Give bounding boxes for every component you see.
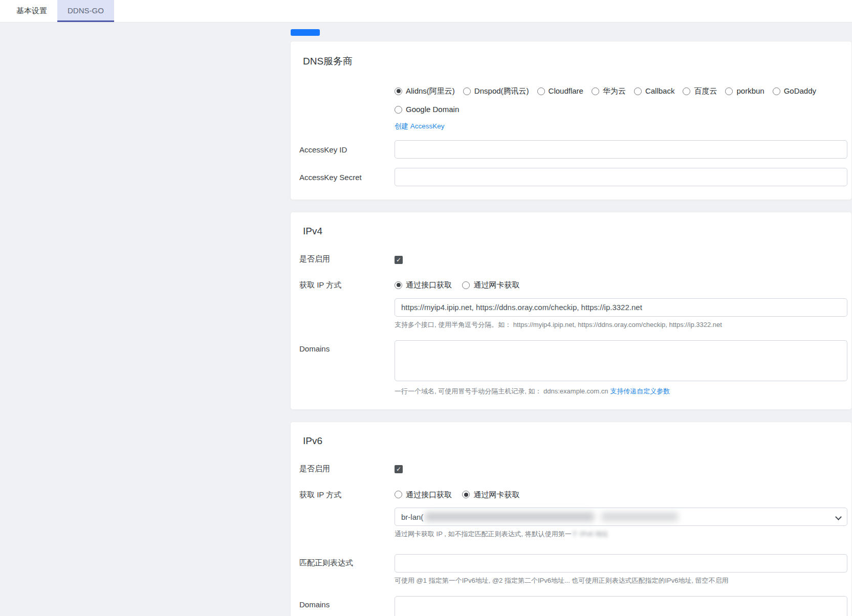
dns-provider-card: DNS服务商 Alidns(阿里云) Dnspod(腾讯云)	[290, 41, 852, 200]
ipv4-method-label: 获取 IP 方式	[299, 279, 395, 290]
ipv6-method-label: 获取 IP 方式	[299, 489, 395, 500]
ipv4-domains-helper: 一行一个域名, 可使用冒号手动分隔主机记录, 如： ddns:example.c…	[395, 387, 847, 396]
ipv6-enable-row: 是否启用 ✓	[299, 464, 847, 474]
custom-params-link[interactable]: 支持传递自定义参数	[610, 387, 670, 395]
tab-basic-settings[interactable]: 基本设置	[6, 0, 57, 22]
accesskey-secret-input[interactable]	[395, 168, 847, 186]
radio-alidns[interactable]: Alidns(阿里云)	[395, 85, 455, 97]
radio-dot-icon	[634, 87, 642, 95]
radio-baidu[interactable]: 百度云	[683, 85, 717, 97]
ipv6-radio-by-api[interactable]: 通过接口获取	[395, 489, 452, 500]
radio-callback[interactable]: Callback	[634, 85, 675, 97]
provider-row: Alidns(阿里云) Dnspod(腾讯云) Cloudflare	[299, 85, 847, 131]
radio-dot-icon	[395, 281, 402, 289]
ipv6-regex-label: 匹配正则表达式	[299, 554, 395, 568]
ipv4-radio-by-api[interactable]: 通过接口获取	[395, 279, 452, 291]
radio-porkbun[interactable]: porkbun	[725, 85, 764, 97]
ipv4-api-urls-input[interactable]	[395, 298, 847, 317]
ipv6-title: IPv6	[303, 435, 847, 447]
ipv6-interface-value: br-lan(	[401, 513, 423, 521]
ipv4-card: IPv4 是否启用 ✓ 获取 IP 方式 通过接口获取	[290, 212, 852, 410]
ipv6-domains-textarea[interactable]	[395, 596, 847, 616]
accesskey-id-label: AccessKey ID	[299, 145, 395, 154]
ipv4-api-helper: 支持多个接口, 使用半角逗号分隔。如： https://myip4.ipip.n…	[395, 320, 847, 329]
radio-cloudflare[interactable]: Cloudflare	[537, 85, 583, 97]
ipv6-domains-label: Domains	[299, 596, 395, 609]
redacted-blur	[601, 512, 678, 521]
radio-huawei[interactable]: 华为云	[592, 85, 626, 97]
radio-dnspod[interactable]: Dnspod(腾讯云)	[463, 85, 529, 97]
radio-google-domain[interactable]: Google Domain	[395, 104, 459, 115]
ipv6-domains-row: Domains	[299, 596, 847, 616]
radio-dot-icon	[395, 106, 402, 114]
radio-dot-icon	[462, 491, 470, 498]
radio-dot-icon	[725, 87, 733, 95]
ipv6-method-radio-group: 通过接口获取 通过网卡获取	[395, 489, 847, 501]
ipv6-enable-label: 是否启用	[299, 464, 395, 474]
ipv6-card: IPv6 是否启用 ✓ 获取 IP 方式 通过接口获取	[290, 422, 852, 616]
accesskey-id-row: AccessKey ID	[299, 140, 847, 159]
ipv6-interface-select[interactable]: br-lan(	[395, 508, 847, 526]
provider-radio-group: Alidns(阿里云) Dnspod(腾讯云) Cloudflare	[395, 85, 847, 115]
ipv4-enable-checkbox[interactable]: ✓	[395, 256, 403, 264]
radio-dot-icon	[592, 87, 599, 95]
ipv4-method-radio-group: 通过接口获取 通过网卡获取	[395, 279, 847, 291]
ipv6-radio-by-netcard[interactable]: 通过网卡获取	[462, 489, 519, 500]
ipv6-regex-input[interactable]	[395, 554, 847, 573]
ipv6-regex-helper: 可使用 @1 指定第一个IPv6地址, @2 指定第二个IPv6地址... 也可…	[395, 576, 847, 585]
chevron-down-icon	[835, 514, 842, 520]
active-subtab-indicator	[291, 29, 320, 36]
ipv6-interface-helper: 通过网卡获取 IP , 如不指定匹配正则表达式, 将默认使用第一个 IPv6 地…	[395, 530, 847, 539]
page-content: DNS服务商 Alidns(阿里云) Dnspod(腾讯云)	[0, 23, 852, 616]
ipv4-title: IPv4	[303, 226, 847, 237]
accesskey-secret-row: AccessKey Secret	[299, 168, 847, 186]
redacted-text: 个 IPv6 地址	[572, 530, 608, 538]
dns-provider-title: DNS服务商	[303, 55, 847, 68]
radio-dot-icon	[395, 87, 402, 95]
top-tab-bar: 基本设置 DDNS-GO	[0, 0, 852, 23]
ipv4-enable-row: 是否启用 ✓	[299, 254, 847, 264]
ipv4-domains-textarea[interactable]	[395, 340, 847, 381]
ipv4-method-row: 获取 IP 方式 通过接口获取 通过网卡获取 支持多个接口, 使用半角逗号分	[299, 279, 847, 329]
ipv6-method-row: 获取 IP 方式 通过接口获取 通过网卡获取 br-lan(	[299, 489, 847, 539]
ipv4-enable-label: 是否启用	[299, 254, 395, 264]
radio-dot-icon	[462, 281, 470, 289]
create-accesskey-link[interactable]: 创建 AccessKey	[395, 122, 445, 131]
ipv6-enable-checkbox[interactable]: ✓	[395, 465, 403, 473]
redacted-blur	[425, 512, 594, 521]
tab-ddns-go[interactable]: DDNS-GO	[57, 0, 114, 22]
accesskey-secret-label: AccessKey Secret	[299, 173, 395, 182]
ipv4-domains-row: Domains 一行一个域名, 可使用冒号手动分隔主机记录, 如： ddns:e…	[299, 340, 847, 396]
ipv4-radio-by-netcard[interactable]: 通过网卡获取	[462, 279, 519, 291]
radio-dot-icon	[463, 87, 471, 95]
radio-dot-icon	[773, 87, 780, 95]
ipv6-regex-row: 匹配正则表达式 可使用 @1 指定第一个IPv6地址, @2 指定第二个IPv6…	[299, 554, 847, 585]
radio-dot-icon	[537, 87, 545, 95]
ipv4-domains-label: Domains	[299, 340, 395, 353]
accesskey-id-input[interactable]	[395, 140, 847, 159]
radio-dot-icon	[683, 87, 690, 95]
radio-dot-icon	[395, 491, 402, 498]
radio-godaddy[interactable]: GoDaddy	[773, 85, 816, 97]
